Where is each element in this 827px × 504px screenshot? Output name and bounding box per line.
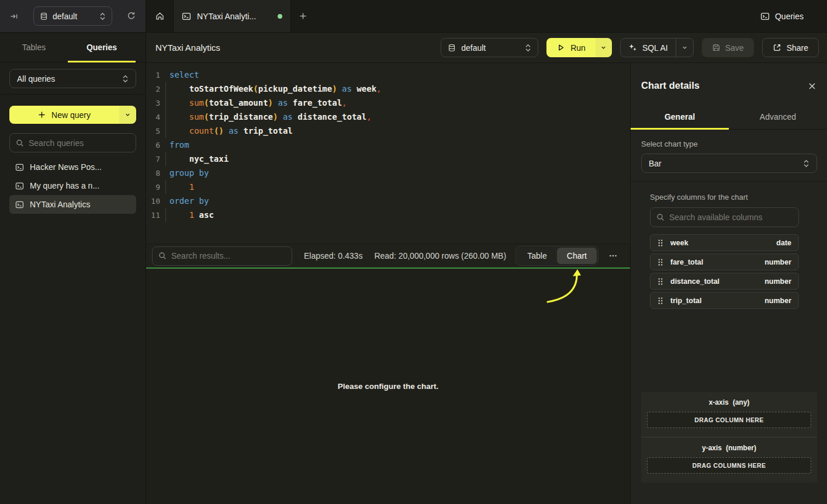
drag-handle-icon[interactable] (658, 297, 663, 305)
code-line[interactable]: 10order by (146, 194, 630, 208)
view-tab-chart[interactable]: Chart (557, 248, 597, 264)
column-row[interactable]: distance_totalnumber (650, 273, 799, 290)
results-toolbar: Elapsed: 0.433s Read: 20,000,000 rows (2… (146, 244, 630, 269)
home-button[interactable] (146, 0, 173, 32)
toolbar-database-selector[interactable]: default (441, 38, 538, 57)
column-row[interactable]: weekdate (650, 234, 799, 251)
tab-advanced[interactable]: Advanced (729, 104, 827, 129)
column-type: number (764, 258, 791, 266)
code-line[interactable]: 6from (146, 138, 630, 152)
query-list-item[interactable]: Hacker News Pos... (9, 158, 136, 176)
code-text: sum(trip_distance) as distance_total, (169, 112, 372, 121)
database-icon (40, 12, 48, 20)
column-row[interactable]: fare_totalnumber (650, 253, 799, 270)
sql-editor[interactable]: 1select2 toStartOfWeek(pickup_datetime) … (146, 63, 630, 244)
column-name: distance_total (670, 277, 757, 286)
code-line[interactable]: 1select (146, 68, 630, 82)
line-number: 7 (146, 155, 160, 164)
drag-handle-icon[interactable] (658, 239, 663, 247)
new-query-caret[interactable] (119, 106, 136, 124)
search-icon (158, 252, 167, 260)
drag-handle-icon[interactable] (658, 277, 663, 286)
more-options-icon[interactable] (605, 251, 621, 260)
sql-console-app: default NYTaxi Analyti... (0, 0, 827, 504)
run-button-main[interactable]: Run (546, 38, 596, 57)
code-text: order by (169, 196, 209, 206)
sidebar: Tables Queries All queries New query (0, 33, 146, 504)
code-line[interactable]: 11 1 asc (146, 208, 630, 222)
run-button[interactable]: Run (546, 38, 612, 57)
code-line[interactable]: 5 count() as trip_total (146, 124, 630, 138)
new-tab-button[interactable] (291, 0, 314, 32)
axes-config: x-axis (any) DRAG COLUMN HERE y-axis (nu… (641, 392, 817, 482)
workspace: NYTaxi Analytics default (146, 33, 827, 504)
save-label: Save (725, 43, 744, 53)
sidebar-tab-tables[interactable]: Tables (0, 33, 68, 62)
indent-guide (165, 82, 166, 96)
new-query-button[interactable]: New query (9, 106, 136, 124)
indent-guide (165, 152, 166, 166)
chart-type-select[interactable]: Bar (641, 154, 817, 173)
chart-type-label: Select chart type (641, 140, 817, 148)
tab-general[interactable]: General (631, 104, 729, 129)
chart-area: Please configure the chart. (146, 269, 630, 504)
queries-indicator[interactable]: Queries (760, 0, 827, 32)
query-terminal-icon (182, 12, 191, 21)
chart-type-value: Bar (649, 159, 803, 168)
sql-ai-main[interactable]: SQL AI (621, 43, 676, 53)
results-search-input[interactable] (171, 251, 286, 260)
sidebar-divider (0, 94, 146, 95)
tab-nytaxi-analytics[interactable]: NYTaxi Analyti... (173, 0, 291, 32)
sql-ai-caret[interactable] (676, 39, 693, 57)
database-selector[interactable]: default (33, 6, 112, 26)
share-label: Share (787, 43, 808, 53)
toolbar-database-value: default (461, 43, 520, 53)
chart-details-content: Select chart type Bar Specify columns fo… (631, 130, 827, 504)
sql-ai-button[interactable]: SQL AI (620, 38, 694, 57)
column-row[interactable]: trip_totalnumber (650, 292, 799, 309)
column-type: number (764, 277, 791, 286)
code-line[interactable]: 2 toStartOfWeek(pickup_datetime) as week… (146, 82, 630, 96)
y-axis-drop-zone[interactable]: DRAG COLUMNS HERE (647, 457, 811, 474)
query-list-item[interactable]: NYTaxi Analytics (9, 195, 136, 214)
query-terminal-icon (15, 163, 24, 172)
code-text: from (169, 140, 189, 150)
tab-label: NYTaxi Analyti... (197, 12, 272, 21)
query-terminal-icon (15, 200, 24, 209)
columns-search-input[interactable] (669, 213, 793, 222)
query-filter-select[interactable]: All queries (9, 69, 136, 88)
x-axis-drop-zone[interactable]: DRAG COLUMN HERE (647, 412, 811, 428)
share-button[interactable]: Share (762, 38, 819, 57)
indent-guide (165, 208, 166, 222)
elapsed-stat: Elapsed: 0.433s (304, 251, 362, 260)
chart-details-panel: Chart details General Advanced Select ch… (630, 63, 827, 504)
close-icon[interactable] (808, 82, 816, 91)
line-number: 10 (146, 197, 160, 206)
code-line[interactable]: 4 sum(trip_distance) as distance_total, (146, 110, 630, 124)
code-line[interactable]: 8group by (146, 166, 630, 180)
code-line[interactable]: 3 sum(total_amount) as fare_total, (146, 96, 630, 110)
results-search (152, 246, 292, 266)
share-icon (773, 43, 781, 52)
database-selector-value: default (53, 12, 95, 21)
drag-handle-icon[interactable] (658, 258, 663, 266)
code-line[interactable]: 9 1 (146, 180, 630, 194)
run-label: Run (570, 43, 586, 53)
query-list-item[interactable]: My query has a n... (9, 176, 136, 195)
collapse-sidebar-icon[interactable] (9, 12, 19, 21)
refresh-icon[interactable] (126, 11, 136, 21)
sparkles-icon (628, 43, 637, 52)
top-bar-left: default (0, 0, 146, 32)
y-axis-header: y-axis (number) (647, 444, 811, 452)
view-tab-table[interactable]: Table (517, 248, 556, 264)
page-title: NYTaxi Analytics (155, 43, 220, 53)
sidebar-tab-queries[interactable]: Queries (68, 33, 136, 62)
new-query-main[interactable]: New query (9, 106, 119, 124)
code-line[interactable]: 7 nyc_taxi (146, 152, 630, 166)
play-icon (556, 43, 565, 52)
query-search-input[interactable] (29, 138, 130, 148)
y-axis-type: (number) (726, 444, 756, 452)
chart-details-title: Chart details (641, 80, 700, 91)
run-options-caret[interactable] (596, 38, 612, 57)
save-button[interactable]: Save (702, 38, 754, 57)
